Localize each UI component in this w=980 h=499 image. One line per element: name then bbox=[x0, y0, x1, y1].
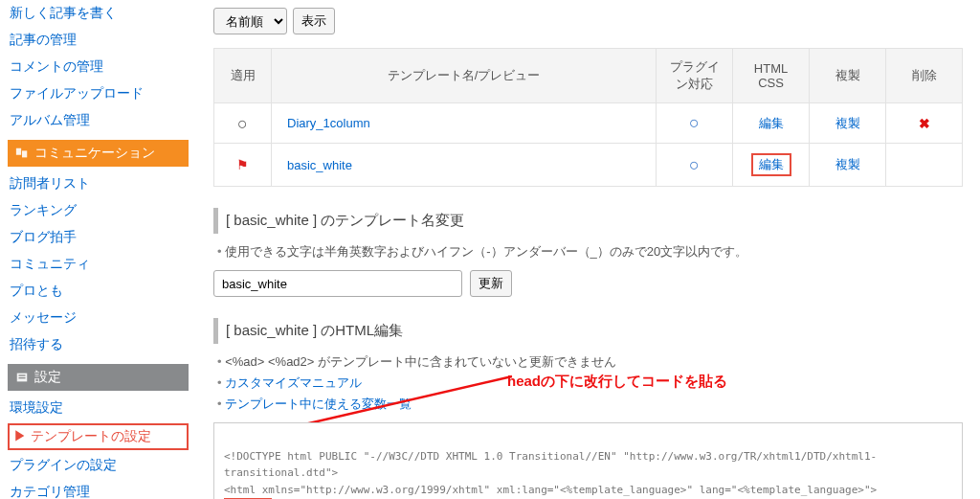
sidebar-item-manage-posts[interactable]: 記事の管理 bbox=[8, 27, 189, 54]
plugin-ok-icon: ○ bbox=[689, 155, 700, 174]
svg-rect-3 bbox=[19, 374, 26, 375]
th-plugin: プラグイン対応 bbox=[657, 49, 733, 103]
svg-rect-0 bbox=[16, 148, 21, 155]
th-del: 削除 bbox=[886, 49, 963, 103]
table-row: ⚑ basic_white ○ 編集 複製 bbox=[214, 144, 963, 187]
sidebar-item-community[interactable]: コミュニティ bbox=[8, 251, 189, 278]
sidebar-item-template-settings[interactable]: ▶ テンプレートの設定 bbox=[8, 423, 189, 450]
th-dup: 複製 bbox=[810, 49, 886, 103]
plugin-ok-icon: ○ bbox=[689, 113, 700, 132]
rename-input[interactable] bbox=[213, 270, 462, 297]
table-row: ○ Diary_1column ○ 編集 複製 ✖ bbox=[214, 103, 963, 144]
template-name-link[interactable]: Diary_1column bbox=[287, 116, 370, 130]
sidebar-item-album[interactable]: アルバム管理 bbox=[8, 107, 189, 134]
sidebar-header-communication: コミュニケーション bbox=[8, 140, 189, 167]
settings-icon bbox=[15, 371, 29, 384]
customize-manual-link[interactable]: カスタマイズマニュアル bbox=[225, 375, 362, 390]
svg-rect-1 bbox=[22, 150, 27, 157]
duplicate-link[interactable]: 複製 bbox=[835, 157, 860, 171]
duplicate-link[interactable]: 複製 bbox=[835, 116, 860, 130]
update-button[interactable]: 更新 bbox=[470, 270, 512, 297]
sidebar-item-template-settings-label: テンプレートの設定 bbox=[31, 429, 151, 443]
template-name-link[interactable]: basic_white bbox=[287, 158, 352, 172]
sidebar: 新しく記事を書く 記事の管理 コメントの管理 ファイルアップロード アルバム管理… bbox=[0, 0, 196, 499]
variables-list-link[interactable]: テンプレート中に使える変数一覧 bbox=[225, 397, 412, 411]
edit-link[interactable]: 編集 bbox=[759, 157, 784, 171]
top-controls: 名前順 表示 bbox=[213, 8, 963, 34]
sidebar-header-settings-label: 設定 bbox=[34, 369, 61, 386]
template-table: 適用 テンプレート名/プレビュー プラグイン対応 HTMLCSS 複製 削除 ○… bbox=[213, 48, 963, 187]
show-button[interactable]: 表示 bbox=[293, 8, 335, 34]
svg-rect-4 bbox=[19, 377, 26, 378]
sidebar-item-file-upload[interactable]: ファイルアップロード bbox=[8, 80, 189, 107]
rename-section-title: [ basic_white ] のテンプレート名変更 bbox=[213, 208, 963, 234]
code-line: <!DOCTYPE html PUBLIC "-//W3C//DTD XHTML… bbox=[224, 450, 877, 480]
th-name: テンプレート名/プレビュー bbox=[272, 49, 657, 103]
sidebar-header-communication-label: コミュニケーション bbox=[34, 145, 155, 162]
delete-icon[interactable]: ✖ bbox=[919, 116, 930, 131]
edit-link[interactable]: 編集 bbox=[759, 116, 784, 130]
sidebar-item-protomo[interactable]: プロとも bbox=[8, 278, 189, 305]
htmledit-note1: <%ad> <%ad2> がテンプレート中に含まれていないと更新できません bbox=[217, 353, 963, 371]
sidebar-header-settings: 設定 bbox=[8, 364, 189, 391]
sort-select[interactable]: 名前順 bbox=[213, 8, 287, 34]
sidebar-item-invite[interactable]: 招待する bbox=[8, 331, 189, 358]
sidebar-item-new-post[interactable]: 新しく記事を書く bbox=[8, 0, 189, 27]
sidebar-item-env[interactable]: 環境設定 bbox=[8, 395, 189, 421]
sidebar-item-plugin[interactable]: プラグインの設定 bbox=[8, 452, 189, 479]
sidebar-item-message[interactable]: メッセージ bbox=[8, 305, 189, 331]
sidebar-item-manage-comments[interactable]: コメントの管理 bbox=[8, 54, 189, 80]
communication-icon bbox=[15, 147, 29, 160]
html-code-editor[interactable]: <!DOCTYPE html PUBLIC "-//W3C//DTD XHTML… bbox=[213, 422, 963, 499]
code-line: <html xmlns="http://www.w3.org/1999/xhtm… bbox=[224, 484, 877, 496]
sidebar-item-visitors[interactable]: 訪問者リスト bbox=[8, 170, 189, 197]
sidebar-item-applause[interactable]: ブログ拍手 bbox=[8, 224, 189, 251]
sidebar-item-ranking[interactable]: ランキング bbox=[8, 197, 189, 224]
th-htmlcss: HTMLCSS bbox=[733, 49, 810, 103]
main-content: 名前順 表示 適用 テンプレート名/プレビュー プラグイン対応 HTMLCSS … bbox=[196, 0, 980, 499]
apply-flag-icon[interactable]: ⚑ bbox=[236, 157, 249, 172]
rename-note: 使用できる文字は半角英数字およびハイフン（-）アンダーバー（_）のみで20文字以… bbox=[217, 243, 963, 261]
th-apply: 適用 bbox=[214, 49, 272, 103]
sidebar-item-category[interactable]: カテゴリ管理 bbox=[8, 479, 189, 499]
htmledit-section-title: [ basic_white ] のHTML編集 bbox=[213, 318, 963, 344]
apply-radio[interactable]: ○ bbox=[237, 114, 248, 133]
